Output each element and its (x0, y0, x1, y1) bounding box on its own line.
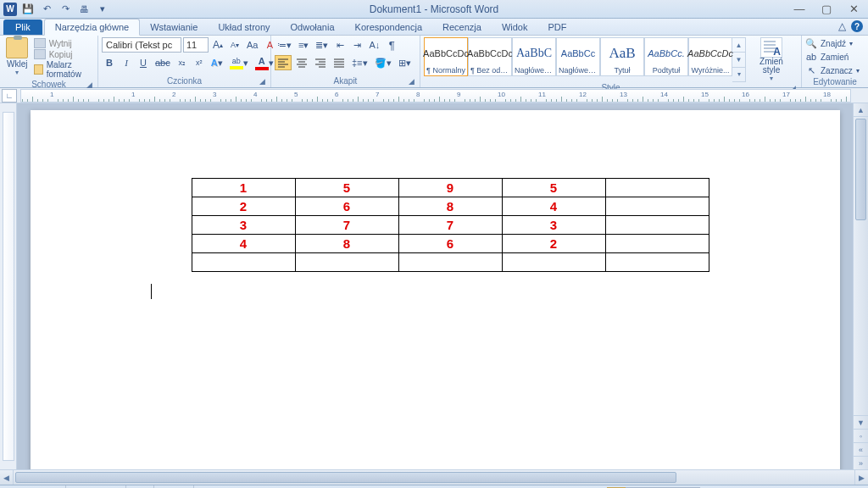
scroll-down-button[interactable]: ▼ (854, 415, 868, 429)
tab-insert[interactable]: Wstawianie (140, 19, 208, 35)
ribbon-minimize-icon[interactable]: △ (838, 20, 846, 32)
justify-button[interactable] (331, 55, 348, 70)
styles-down-icon[interactable]: ▼ (732, 53, 745, 67)
paste-button[interactable]: Wklej ▾ (3, 37, 31, 76)
object-browse-button[interactable]: ◦ (854, 429, 868, 442)
borders-button[interactable]: ⊞▾ (396, 55, 414, 70)
table-cell[interactable]: 2 (502, 235, 605, 253)
horizontal-scrollbar[interactable]: ◀ ▶ (0, 469, 868, 485)
tab-pdf[interactable]: PDF (537, 19, 576, 35)
table-cell[interactable]: 5 (295, 179, 398, 197)
table-cell[interactable]: 6 (398, 235, 502, 253)
text-effects-button[interactable]: A▾ (209, 55, 225, 70)
word-app-icon[interactable]: W (3, 3, 17, 16)
strike-button[interactable]: abc (153, 55, 173, 70)
table-cell[interactable] (295, 253, 398, 272)
table-cell[interactable] (605, 179, 709, 197)
table-cell[interactable]: 8 (295, 235, 398, 253)
style-heading2[interactable]: AaBbCcNagłówek 2 (556, 37, 600, 76)
change-case-button[interactable]: Aa (244, 37, 260, 53)
vertical-scrollbar[interactable]: ▲ ▼ ◦ « » (853, 103, 868, 469)
numbering-button[interactable]: ≡▾ (296, 37, 311, 53)
table-cell[interactable] (502, 253, 605, 272)
vertical-ruler[interactable] (0, 103, 17, 469)
change-styles-button[interactable]: Zmień style ▾ (752, 37, 791, 82)
table-cell[interactable]: 1 (192, 179, 295, 197)
paragraph-launcher-icon[interactable]: ◢ (409, 77, 415, 86)
outdent-button[interactable]: ⇤ (332, 37, 348, 53)
subscript-button[interactable]: x₂ (175, 55, 190, 70)
table-cell[interactable]: 2 (192, 197, 295, 216)
table-cell[interactable]: 8 (398, 197, 502, 216)
indent-button[interactable]: ⇥ (349, 37, 364, 53)
shading-button[interactable]: 🪣▾ (372, 55, 394, 70)
styles-expand-icon[interactable]: ▾ (732, 68, 745, 81)
align-right-button[interactable] (312, 55, 329, 70)
table-cell[interactable]: 3 (502, 216, 605, 235)
style-normal[interactable]: AaBbCcDc¶ Normalny (424, 37, 468, 76)
font-name-combo[interactable]: Calibri (Tekst pc (102, 37, 181, 53)
undo-button[interactable]: ↶ (39, 2, 54, 17)
tab-references[interactable]: Odwołania (281, 19, 345, 35)
help-button[interactable]: ? (851, 20, 863, 32)
scroll-right-button[interactable]: ▶ (854, 470, 868, 485)
copy-button[interactable]: Kopiuj (34, 49, 94, 59)
document-table[interactable]: 1595268437734862 (192, 178, 709, 272)
table-cell[interactable] (398, 253, 502, 272)
table-cell[interactable] (605, 235, 709, 253)
bold-button[interactable]: B (102, 55, 117, 70)
table-cell[interactable] (605, 216, 709, 235)
select-button[interactable]: ↖Zaznacz▾ (805, 64, 860, 76)
next-page-button[interactable]: » (854, 456, 868, 469)
scroll-h-thumb[interactable] (15, 472, 676, 483)
table-cell[interactable]: 6 (295, 197, 398, 216)
styles-scroll[interactable]: ▲▼▾ (732, 37, 746, 82)
minimize-button[interactable]: — (793, 3, 805, 15)
superscript-button[interactable]: x² (192, 55, 207, 70)
document-canvas[interactable]: 1595268437734862 (17, 103, 853, 469)
page[interactable]: 1595268437734862 (31, 110, 840, 469)
sort-button[interactable]: A↓ (366, 37, 382, 53)
scroll-left-button[interactable]: ◀ (0, 470, 14, 485)
styles-gallery[interactable]: AaBbCcDc¶ Normalny AaBbCcDc¶ Bez odst...… (424, 37, 746, 82)
save-button[interactable]: 💾 (20, 2, 36, 17)
table-cell[interactable]: 9 (398, 179, 502, 197)
grow-font-button[interactable]: A▴ (210, 37, 225, 53)
table-cell[interactable]: 7 (295, 216, 398, 235)
font-launcher-icon[interactable]: ◢ (259, 77, 265, 86)
highlight-button[interactable]: ab▾ (227, 55, 251, 70)
table-cell[interactable] (192, 253, 295, 272)
tab-home[interactable]: Narzędzia główne (44, 19, 140, 36)
tab-mailings[interactable]: Korespondencja (345, 19, 433, 35)
table-cell[interactable]: 5 (502, 179, 605, 197)
align-center-button[interactable] (293, 55, 310, 70)
redo-button[interactable]: ↷ (58, 2, 73, 17)
cut-button[interactable]: Wytnij (34, 38, 94, 48)
tab-view[interactable]: Widok (492, 19, 538, 35)
style-heading1[interactable]: AaBbCNagłówek 1 (512, 37, 556, 76)
style-title[interactable]: AaBTytuł (600, 37, 644, 76)
replace-button[interactable]: abZamień (805, 51, 860, 63)
table-cell[interactable]: 4 (192, 235, 295, 253)
underline-button[interactable]: U (136, 55, 151, 70)
table-cell[interactable]: 7 (398, 216, 502, 235)
style-emphasis[interactable]: AaBbCcDcWyróżnie... (688, 37, 732, 76)
tab-review[interactable]: Recenzja (432, 19, 492, 35)
italic-button[interactable]: I (119, 55, 134, 70)
prev-page-button[interactable]: « (854, 442, 868, 456)
style-nospacing[interactable]: AaBbCcDc¶ Bez odst... (468, 37, 512, 76)
scroll-h-track[interactable] (14, 470, 854, 485)
bullets-button[interactable]: ≔▾ (275, 37, 294, 53)
style-subtitle[interactable]: AaBbCc.Podtytuł (644, 37, 688, 76)
font-size-combo[interactable]: 11 (183, 37, 209, 53)
format-painter-button[interactable]: Malarz formatów (34, 60, 94, 79)
scroll-v-thumb[interactable] (855, 119, 866, 220)
scroll-v-track[interactable] (854, 117, 868, 415)
tab-file[interactable]: Plik (3, 19, 42, 35)
show-marks-button[interactable]: ¶ (384, 37, 399, 53)
horizontal-ruler[interactable]: 21123456789101112131415161718 (20, 89, 851, 103)
align-left-button[interactable] (275, 55, 292, 70)
table-cell[interactable]: 3 (192, 216, 295, 235)
scroll-up-button[interactable]: ▲ (854, 103, 868, 117)
clipboard-launcher-icon[interactable]: ◢ (86, 80, 92, 89)
